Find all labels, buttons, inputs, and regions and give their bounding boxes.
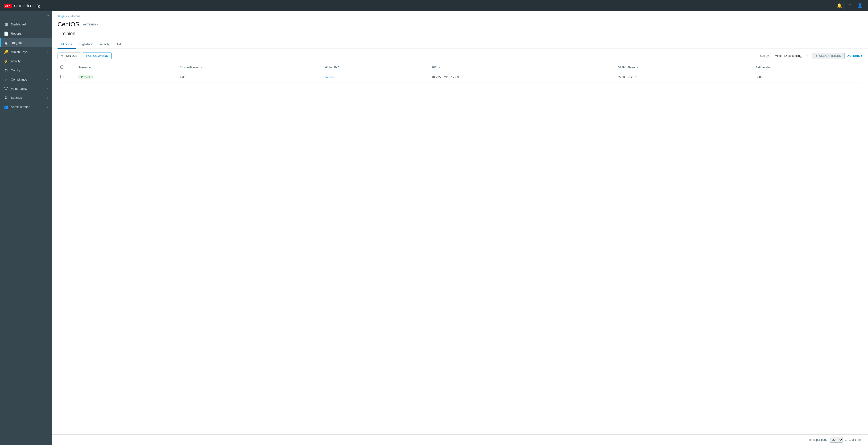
items-per-page-select[interactable]: 10 20 50 100 — [830, 437, 843, 443]
row-salt-version-cell: 3005 — [753, 72, 862, 82]
ipv4-filter-icon[interactable]: ▼ — [438, 66, 441, 69]
sidebar-item-settings[interactable]: ⚙ Settings › — [0, 93, 52, 102]
sidebar-item-label: Targets — [11, 41, 22, 44]
config-icon: ⚙ — [4, 68, 8, 73]
vmw-logo: vmw — [4, 4, 12, 8]
row-menu-cell: ⋮ — [66, 72, 76, 82]
sort-ascending-icon[interactable]: ▲ — [338, 65, 340, 67]
th-cluster-master: Cluster/Master ▼ — [177, 63, 322, 72]
toolbar-actions-button[interactable]: ACTIONS ▾ — [847, 55, 863, 58]
sidebar-item-label: Compliance — [11, 78, 27, 81]
chevron-right-icon: › — [47, 69, 48, 72]
run-command-button[interactable]: RUN COMMAND — [83, 53, 112, 59]
os-filter-icon[interactable]: ▼ — [636, 66, 639, 69]
sidebar-item-label: Reports — [11, 32, 22, 35]
administration-icon: 👥 — [4, 105, 8, 109]
user-icon[interactable]: 👤 — [856, 1, 864, 10]
row-os-cell: CentOS Linux — [615, 72, 753, 82]
sidebar-item-label: Settings — [11, 96, 22, 99]
sort-descending-icon[interactable]: ▼ — [338, 67, 340, 69]
toolbar-right: Sort by: Minion ID (ascending) Minion ID… — [760, 53, 862, 59]
activity-icon: ⚡ — [4, 59, 8, 63]
tab-activity[interactable]: Activity — [96, 40, 114, 49]
tabs: Minions Highstate Activity Edit — [52, 40, 868, 49]
row-ipv4-cell: 10.225.0.226, 127.0.... — [429, 72, 615, 82]
row-minion-id-cell: centos — [322, 72, 429, 82]
th-select-all — [58, 63, 66, 72]
sidebar-item-compliance[interactable]: ✓ Compliance › — [0, 75, 52, 84]
sort-select[interactable]: Minion ID (ascending) Minion ID (descend… — [773, 53, 809, 59]
sidebar-item-reports[interactable]: 📄 Reports — [0, 29, 52, 38]
th-ipv4: IPV4 ▼ — [429, 63, 615, 72]
help-icon[interactable]: ? — [845, 1, 854, 10]
sidebar: « ⊞ Dashboard 📄 Reports ◎ Targets 🔑 Mini… — [0, 11, 52, 445]
run-job-button[interactable]: ✎ RUN JOB — [58, 53, 81, 59]
row-checkbox-cell — [58, 72, 66, 82]
breadcrumb-current: Minions — [70, 14, 80, 18]
sort-by-label: Sort by: — [760, 54, 770, 58]
chevron-down-icon: ▾ — [861, 55, 863, 58]
sidebar-item-label: Minion Keys — [11, 50, 28, 54]
items-per-page-label: Items per page — [809, 438, 828, 442]
notifications-icon[interactable]: 🔔 — [835, 1, 843, 10]
pagination-info: 1 - 1 of 1 item — [845, 438, 862, 442]
page-header: CentOS ACTIONS ▾ — [52, 20, 868, 31]
th-minion-id: Minion ID ▲ ▼ — [322, 63, 429, 72]
sidebar-item-targets[interactable]: ◎ Targets — [0, 38, 52, 47]
sidebar-item-label: Vulnerability — [11, 87, 27, 91]
toolbar: ✎ RUN JOB RUN COMMAND Sort by: Minion ID… — [52, 49, 868, 63]
sidebar-item-label: Config — [11, 69, 20, 72]
table-footer: Items per page 10 20 50 100 1 - 1 of 1 i… — [52, 435, 868, 445]
run-job-icon: ✎ — [61, 54, 63, 58]
chevron-right-icon: › — [47, 87, 48, 90]
tab-minions[interactable]: Minions — [58, 40, 76, 49]
table-row: ⋮ Present salt centos 10.225.0.226, 127. — [58, 72, 862, 82]
minions-table: Presence Cluster/Master ▼ Minion ID — [58, 63, 862, 82]
sidebar-item-label: Administration — [11, 105, 30, 109]
row-checkbox[interactable] — [60, 75, 63, 78]
tab-highstate[interactable]: Highstate — [76, 40, 96, 49]
tab-edit[interactable]: Edit — [114, 40, 126, 49]
actions-label: ACTIONS — [83, 23, 96, 26]
page-subtitle: 1 minion — [52, 31, 868, 40]
filter-icon: ▼ — [815, 55, 818, 57]
cluster-filter-icon[interactable]: ▼ — [200, 66, 203, 69]
minion-id-sort-icons: ▲ ▼ — [338, 65, 340, 69]
topnav-right: 🔔 ? 👤 — [835, 1, 864, 10]
sidebar-item-minion-keys[interactable]: 🔑 Minion Keys › — [0, 47, 52, 57]
table-container: Presence Cluster/Master ▼ Minion ID — [52, 63, 868, 435]
reports-icon: 📄 — [4, 31, 8, 36]
chevron-right-icon: › — [47, 106, 48, 108]
vulnerability-icon: 🛡 — [4, 87, 8, 91]
sidebar-collapse-button[interactable]: « — [0, 11, 52, 20]
targets-icon: ◎ — [4, 40, 9, 45]
breadcrumb: Targets / Minions — [52, 11, 868, 20]
sidebar-item-dashboard[interactable]: ⊞ Dashboard — [0, 20, 52, 29]
table-header: Presence Cluster/Master ▼ Minion ID — [58, 63, 862, 72]
toolbar-left: ✎ RUN JOB RUN COMMAND — [58, 53, 112, 59]
breadcrumb-parent-link[interactable]: Targets — [58, 14, 67, 18]
compliance-icon: ✓ — [4, 77, 8, 82]
settings-icon: ⚙ — [4, 95, 8, 100]
breadcrumb-separator: / — [68, 14, 69, 18]
clear-filters-button[interactable]: ▼ CLEAR FILTERS — [812, 53, 845, 59]
sidebar-item-label: Dashboard — [11, 23, 26, 26]
sidebar-item-administration[interactable]: 👥 Administration › — [0, 102, 52, 111]
page-title: CentOS — [58, 21, 80, 28]
topnav: vmw SaltStack Config 🔔 ? 👤 — [0, 0, 868, 11]
sidebar-item-vulnerability[interactable]: 🛡 Vulnerability › — [0, 84, 52, 93]
th-salt-version: Salt Version — [753, 63, 862, 72]
sidebar-item-activity[interactable]: ⚡ Activity › — [0, 57, 52, 66]
minion-id-link[interactable]: centos — [324, 75, 334, 79]
topnav-left: vmw SaltStack Config — [4, 4, 40, 8]
main-content: Targets / Minions CentOS ACTIONS ▾ 1 min… — [52, 11, 868, 445]
chevron-right-icon: › — [47, 60, 48, 63]
sidebar-item-label: Activity — [11, 59, 21, 63]
page-actions-button[interactable]: ACTIONS ▾ — [83, 23, 99, 26]
chevron-down-icon: ▾ — [97, 23, 99, 26]
th-os-full-name: OS Full Name ▼ — [615, 63, 753, 72]
row-menu-button[interactable]: ⋮ — [69, 75, 73, 79]
sidebar-item-config[interactable]: ⚙ Config › — [0, 66, 52, 75]
chevron-right-icon: › — [47, 78, 48, 81]
select-all-checkbox[interactable] — [60, 66, 63, 69]
